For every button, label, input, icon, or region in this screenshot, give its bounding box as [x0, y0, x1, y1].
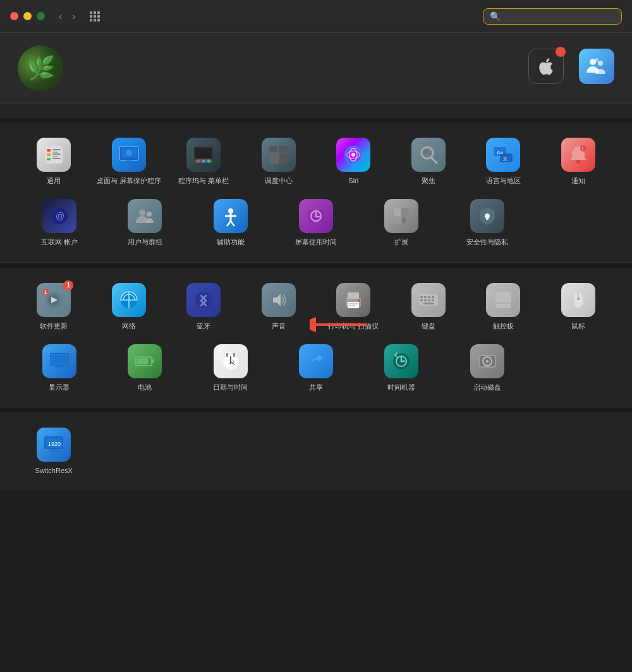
- svg-point-47: [147, 212, 152, 217]
- pref-item-notifications[interactable]: !通知: [542, 134, 615, 189]
- svg-rect-4: [47, 149, 51, 152]
- pref-item-security[interactable]: 安全性与隐私: [446, 195, 528, 250]
- preferences-section-1: 通用桌面与 屏幕保护程序程序坞与 菜单栏调度中心Siri聚焦Aa文语言与地区!通…: [0, 123, 632, 263]
- pref-icon-bluetooth: [186, 283, 221, 317]
- pref-icon-mouse: [561, 283, 595, 317]
- pref-label-spotlight: 聚焦: [422, 176, 435, 185]
- svg-point-33: [351, 153, 355, 157]
- pref-item-general[interactable]: 通用: [18, 134, 90, 189]
- svg-point-41: [576, 160, 580, 164]
- pref-item-extensions[interactable]: 扩展: [360, 195, 443, 250]
- pref-label-siri: Siri: [348, 176, 358, 185]
- pref-item-mouse[interactable]: 鼠标: [542, 279, 615, 334]
- svg-rect-91: [51, 354, 68, 364]
- pref-item-printer[interactable]: 打印机与 扫描仪: [317, 279, 390, 334]
- pref-item-timemachine[interactable]: 时间机器: [360, 340, 443, 395]
- pref-label-dock: 程序坞与 菜单栏: [178, 176, 229, 185]
- pref-item-battery[interactable]: 电池: [103, 340, 186, 395]
- pref-item-switchresx[interactable]: 1920SwitchResX: [18, 424, 90, 479]
- pref-item-mission[interactable]: 调度中心: [243, 134, 315, 189]
- pref-label-general: 通用: [47, 176, 61, 185]
- svg-rect-100: [226, 353, 228, 357]
- pref-item-accessibility[interactable]: 辅助功能: [189, 195, 272, 250]
- search-box[interactable]: 🔍: [483, 8, 622, 25]
- pref-item-bluetooth[interactable]: 蓝牙: [167, 279, 240, 334]
- pref-icon-notifications: !: [561, 138, 595, 172]
- pref-item-keyboard[interactable]: 键盘: [392, 279, 465, 334]
- back-button[interactable]: ‹: [55, 9, 66, 23]
- pref-icon-desktop: [112, 138, 146, 172]
- svg-marker-68: [273, 294, 281, 306]
- svg-rect-27: [269, 153, 279, 164]
- pref-label-trackpad: 触控板: [493, 321, 514, 330]
- pref-label-screentime: 屏幕使用时间: [295, 237, 337, 246]
- pref-item-datetime[interactable]: 17日期与时间: [189, 340, 272, 395]
- pref-item-language[interactable]: Aa文语言与地区: [467, 134, 540, 189]
- badge-software: 1: [63, 280, 73, 291]
- pref-item-screentime[interactable]: 屏幕使用时间: [274, 195, 357, 250]
- svg-point-110: [486, 360, 489, 363]
- pref-label-keyboard: 键盘: [422, 321, 435, 330]
- grid-icon[interactable]: [90, 11, 100, 21]
- pref-label-extensions: 扩展: [394, 237, 408, 246]
- pref-item-internet[interactable]: @互联网 帐户: [18, 195, 100, 250]
- pref-label-notifications: 通知: [571, 176, 585, 185]
- pref-label-printer: 打印机与 扫描仪: [328, 321, 379, 330]
- pref-item-sharing[interactable]: 共享: [274, 340, 357, 395]
- pref-item-startup[interactable]: 启动磁盘: [446, 340, 528, 395]
- pref-grid-row2: @互联网 帐户用户与群组辅助功能屏幕使用时间扩展安全性与隐私: [18, 195, 614, 250]
- svg-line-51: [227, 221, 231, 226]
- pref-icon-printer: [336, 283, 370, 317]
- pref-label-language: 语言与地区: [486, 176, 521, 185]
- svg-rect-16: [125, 162, 133, 163]
- svg-point-48: [228, 208, 233, 213]
- svg-rect-71: [348, 292, 359, 299]
- svg-rect-10: [52, 156, 58, 157]
- preferences-section-3: 1920SwitchResX: [0, 412, 632, 490]
- svg-rect-55: [394, 208, 401, 216]
- pref-label-network: 网络: [122, 321, 136, 330]
- pref-label-displays: 显示器: [49, 383, 70, 392]
- svg-point-74: [358, 299, 360, 302]
- pref-label-timemachine: 时间机器: [387, 383, 415, 392]
- pref-item-users[interactable]: 用户与群组: [103, 195, 186, 250]
- pref-icon-spotlight: [411, 138, 446, 172]
- svg-point-24: [207, 160, 210, 163]
- forward-button[interactable]: ›: [68, 9, 79, 23]
- pref-grid-row4: 显示器电池17日期与时间共享时间机器启动磁盘: [18, 340, 614, 395]
- pref-icon-startup: [470, 344, 504, 378]
- pref-item-spotlight[interactable]: 聚焦: [392, 134, 465, 189]
- pref-item-sound[interactable]: 声音: [243, 279, 315, 334]
- svg-rect-97: [137, 358, 148, 364]
- search-input[interactable]: [504, 11, 605, 21]
- divider-1: [0, 117, 632, 123]
- pref-item-software[interactable]: 11软件更新: [18, 279, 90, 334]
- svg-rect-81: [424, 299, 427, 301]
- svg-rect-20: [195, 148, 212, 158]
- pref-item-displays[interactable]: 显示器: [18, 340, 100, 395]
- svg-rect-11: [52, 158, 61, 159]
- close-button[interactable]: [10, 12, 18, 20]
- apple-id-badge: [556, 47, 566, 57]
- profile-section: [0, 33, 632, 104]
- pref-item-desktop[interactable]: 桌面与 屏幕保护程序: [93, 134, 166, 189]
- profile-icons: [528, 49, 614, 88]
- svg-rect-80: [420, 299, 423, 301]
- apple-id-button[interactable]: [528, 49, 564, 88]
- pref-grid-row3: 11软件更新网络蓝牙声音打印机与 扫描仪键盘触控板鼠标: [18, 279, 614, 334]
- pref-item-dock[interactable]: 程序坞与 菜单栏: [167, 134, 240, 189]
- pref-label-datetime: 日期与时间: [213, 383, 248, 392]
- pref-item-trackpad[interactable]: 触控板: [467, 279, 540, 334]
- svg-text:@: @: [56, 211, 64, 221]
- svg-rect-9: [52, 153, 61, 155]
- pref-item-siri[interactable]: Siri: [317, 134, 390, 189]
- pref-item-network[interactable]: 网络: [93, 279, 166, 334]
- pref-icon-security: [470, 199, 504, 233]
- minimize-button[interactable]: [23, 12, 32, 20]
- family-sharing-button[interactable]: [579, 49, 614, 88]
- maximize-button[interactable]: [37, 12, 45, 20]
- divider-3: [0, 407, 632, 412]
- svg-point-18: [126, 150, 132, 156]
- svg-point-46: [139, 210, 145, 216]
- traffic-lights: [10, 12, 45, 20]
